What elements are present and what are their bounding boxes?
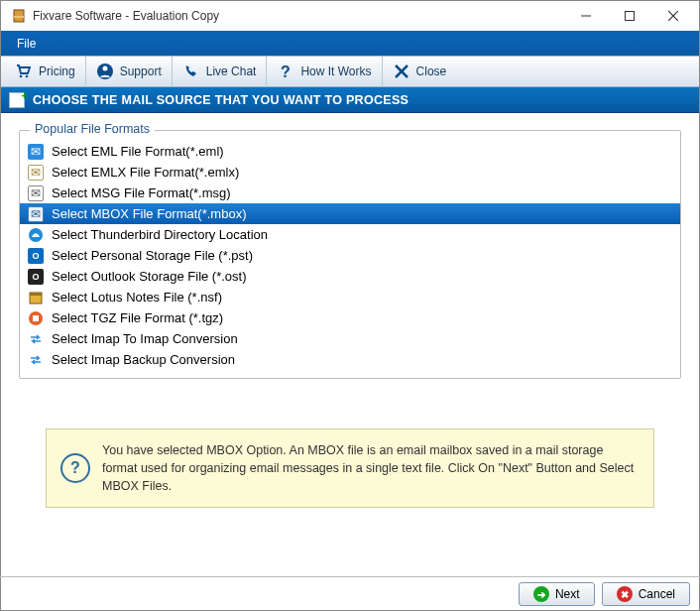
- svg-rect-3: [626, 12, 635, 21]
- svg-rect-15: [30, 293, 42, 296]
- toolbar-label: How It Works: [300, 64, 371, 78]
- tgz-icon: [28, 310, 44, 326]
- cancel-button[interactable]: ✖ Cancel: [602, 582, 690, 606]
- format-item-mbox[interactable]: ✉ Select MBOX File Format(*.mbox): [20, 203, 680, 224]
- toolbar-label: Live Chat: [206, 64, 257, 78]
- thunderbird-icon: [28, 227, 44, 243]
- svg-point-9: [102, 66, 107, 71]
- format-item-eml[interactable]: ✉ Select EML File Format(*.eml): [20, 141, 680, 162]
- maximize-button[interactable]: [608, 2, 651, 30]
- msg-icon: ✉: [28, 185, 44, 201]
- toolbar: Pricing Support Live Chat ? How It Works…: [1, 56, 699, 87]
- format-item-imap-to-imap[interactable]: Select Imap To Imap Conversion: [20, 328, 680, 349]
- toolbar-label: Support: [120, 64, 162, 78]
- svg-point-6: [20, 75, 23, 78]
- arrow-right-icon: ➔: [533, 586, 549, 602]
- format-item-emlx[interactable]: ✉ Select EMLX File Format(*.emlx): [20, 162, 680, 183]
- format-item-msg[interactable]: ✉ Select MSG File Format(*.msg): [20, 183, 680, 203]
- support-button[interactable]: Support: [86, 57, 173, 86]
- format-label: Select Lotus Notes File (*.nsf): [52, 290, 222, 305]
- format-label: Select TGZ File Format (*.tgz): [52, 310, 223, 325]
- infobox: ? You have selected MBOX Option. An MBOX…: [46, 428, 654, 508]
- banner-icon: [9, 92, 25, 108]
- imap-backup-icon: [28, 352, 44, 368]
- svg-rect-17: [33, 315, 39, 321]
- cancel-icon: ✖: [617, 586, 633, 602]
- format-label: Select MBOX File Format(*.mbox): [52, 206, 247, 221]
- button-label: Cancel: [639, 587, 675, 601]
- support-icon: [96, 62, 114, 80]
- menu-file[interactable]: File: [9, 35, 44, 53]
- popular-file-formats-group: Popular File Formats ✉ Select EML File F…: [19, 130, 681, 379]
- window-title: Fixvare Software - Evaluation Copy: [33, 9, 564, 23]
- button-label: Next: [555, 587, 580, 601]
- close-window-button[interactable]: [651, 2, 695, 30]
- toolbar-label: Close: [416, 64, 447, 78]
- format-list: ✉ Select EML File Format(*.eml) ✉ Select…: [20, 141, 680, 370]
- app-icon: [11, 8, 27, 24]
- format-label: Select Thunderbird Directory Location: [52, 227, 268, 242]
- format-item-pst[interactable]: O Select Personal Storage File (*.pst): [20, 245, 680, 266]
- pst-icon: O: [28, 248, 44, 264]
- svg-point-7: [26, 75, 29, 78]
- livechat-button[interactable]: Live Chat: [173, 57, 268, 86]
- format-label: Select EML File Format(*.eml): [52, 144, 224, 159]
- group-legend: Popular File Formats: [30, 122, 155, 136]
- next-button[interactable]: ➔ Next: [519, 582, 595, 606]
- format-label: Select EMLX File Format(*.emlx): [52, 165, 239, 180]
- close-icon: [393, 62, 410, 80]
- eml-icon: ✉: [28, 144, 44, 160]
- format-item-tgz[interactable]: Select TGZ File Format (*.tgz): [20, 307, 680, 328]
- how-it-works-button[interactable]: ? How It Works: [267, 57, 382, 86]
- banner-text: CHOOSE THE MAIL SOURCE THAT YOU WANT TO …: [33, 93, 408, 107]
- toolbar-label: Pricing: [39, 64, 75, 78]
- format-item-imap-backup[interactable]: Select Imap Backup Conversion: [20, 349, 680, 370]
- cart-icon: [15, 62, 33, 80]
- format-item-ost[interactable]: O Select Outlook Storage File (*.ost): [20, 266, 680, 287]
- format-label: Select Imap To Imap Conversion: [52, 331, 238, 346]
- phone-icon: [182, 62, 200, 80]
- info-question-icon: ?: [60, 453, 90, 483]
- format-label: Select Outlook Storage File (*.ost): [52, 269, 247, 284]
- question-icon: ?: [277, 62, 294, 80]
- mbox-icon: ✉: [28, 206, 44, 222]
- ost-icon: O: [28, 269, 44, 285]
- close-button[interactable]: Close: [383, 57, 457, 86]
- titlebar: Fixvare Software - Evaluation Copy: [1, 1, 699, 31]
- svg-rect-1: [14, 16, 24, 18]
- format-item-thunderbird[interactable]: Select Thunderbird Directory Location: [20, 224, 680, 245]
- banner: CHOOSE THE MAIL SOURCE THAT YOU WANT TO …: [1, 87, 699, 113]
- imap-sync-icon: [28, 331, 44, 347]
- format-label: Select MSG File Format(*.msg): [52, 185, 231, 200]
- nsf-icon: [28, 290, 44, 306]
- info-text: You have selected MBOX Option. An MBOX f…: [102, 441, 640, 495]
- format-label: Select Imap Backup Conversion: [52, 352, 235, 367]
- menubar: File: [1, 31, 699, 56]
- format-label: Select Personal Storage File (*.pst): [52, 248, 253, 263]
- emlx-icon: ✉: [28, 165, 44, 181]
- footer: ➔ Next ✖ Cancel: [0, 576, 700, 611]
- minimize-button[interactable]: [564, 2, 608, 30]
- svg-text:?: ?: [281, 63, 291, 80]
- pricing-button[interactable]: Pricing: [5, 57, 86, 86]
- format-item-nsf[interactable]: Select Lotus Notes File (*.nsf): [20, 287, 680, 307]
